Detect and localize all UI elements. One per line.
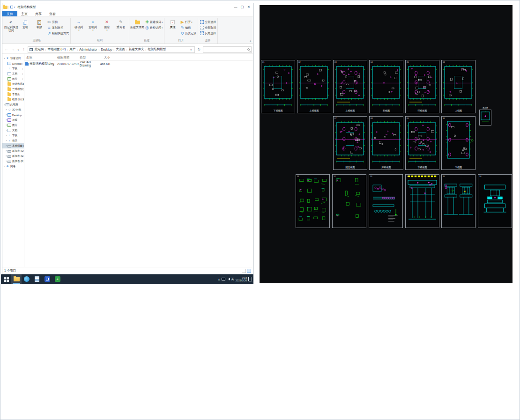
paste-button[interactable]: 粘贴 (32, 18, 46, 30)
table-row[interactable]: 框架结构模型.dwg2010/1/17 22:07ZWCAD Drawing46… (24, 61, 253, 66)
tab-file[interactable]: 文件 (2, 11, 17, 16)
sidebar-section-2[interactable]: >⊕网络 (2, 164, 24, 169)
breadcrumb-segment[interactable]: 新建文件夹 (128, 47, 145, 52)
sidebar-item[interactable]: 模具设计实例图 (2, 97, 24, 102)
rename-button[interactable]: ✎重命名 (114, 18, 128, 30)
taskbar-browser[interactable] (22, 274, 32, 284)
minimize-button[interactable]: — (232, 3, 239, 11)
select-none-button[interactable]: 全部取消 (200, 25, 216, 30)
sidebar-item[interactable]: ↓下载/ (2, 66, 24, 71)
move-to-button[interactable]: →移动到▾ (72, 18, 86, 33)
sidebar-item[interactable]: >新加卷 (D:) (2, 148, 24, 154)
easy-access-button[interactable]: ◎轻松访问▾ (145, 25, 163, 30)
sidebar-item[interactable]: >Desktop (2, 112, 24, 118)
sidebar-item[interactable]: >本地磁盘 (C:) (2, 143, 24, 148)
sidebar-item[interactable]: 设计数据3d户型图 (2, 81, 24, 87)
taskbar-explorer[interactable] (11, 274, 22, 284)
notification-center-icon[interactable] (248, 277, 252, 281)
taskbar-docs[interactable] (32, 274, 42, 284)
explorer-main: ∨★快速访问Desktop/↓下载/文档/图片/设计数据3d户型图三维模型(企业… (2, 53, 253, 267)
sidebar-item[interactable]: >图片 (2, 123, 24, 128)
sidebar-item[interactable]: 文档/ (2, 71, 24, 76)
breadcrumb[interactable]: 此电脑›本地磁盘 (C:)›用户›Administrator›Desktop›大… (28, 46, 195, 53)
qat-view-icon[interactable] (10, 6, 13, 8)
new-folder-button[interactable]: 新建文件夹 (130, 18, 144, 30)
sidebar-item[interactable]: Desktop/ (2, 61, 24, 66)
copy-button[interactable]: 复制 (18, 18, 32, 30)
properties-button[interactable]: ✓属性 (165, 18, 179, 30)
qat-customize-icon[interactable]: ▾ (14, 6, 15, 8)
taskbar-app-blue[interactable] (42, 274, 52, 284)
new-folder-button-label: 新建文件夹 (130, 26, 144, 29)
open-button[interactable]: ▶打开▾ (180, 19, 196, 25)
address-dropdown-icon[interactable]: ∨ (189, 48, 193, 51)
refresh-icon[interactable]: ↻ (196, 47, 201, 52)
column-header[interactable]: 名称 (24, 56, 57, 60)
history-button-label: 历史记录 (185, 31, 196, 36)
taskbar-app-green[interactable]: Z (52, 274, 63, 284)
sidebar-item[interactable]: >新加卷 (E:) (2, 154, 24, 159)
maximize-button[interactable]: ▢ (239, 3, 245, 11)
breadcrumb-segment[interactable]: 框架结构模型 (147, 47, 167, 52)
select-all-button[interactable]: 全部选择 (200, 19, 216, 25)
search-input[interactable] (203, 46, 252, 53)
copy-path-button[interactable]: ≡复制路径 (47, 25, 69, 30)
sidebar-section-0[interactable]: ∨★快速访问 (2, 56, 24, 61)
cad-drawing (296, 175, 329, 228)
sidebar-item[interactable]: >新加卷 (F:) (2, 159, 24, 164)
invert-selection-button[interactable]: 反向选择 (200, 30, 216, 36)
cut-button[interactable]: ✂剪切 (47, 19, 69, 25)
sidebar-item[interactable]: >♪音乐 (2, 138, 24, 143)
new-item-button[interactable]: ✚新建项目▾ (145, 19, 163, 25)
tab-share[interactable]: 共享 (31, 11, 45, 16)
view-details-button[interactable] (242, 269, 246, 273)
column-header[interactable]: 大小 (99, 56, 111, 60)
ribbon-group: 新建文件夹✚新建项目▾◎轻松访问▾新建 (129, 18, 164, 44)
pin-to-quick-access-button[interactable]: ✒固定到快速访问 (4, 18, 18, 33)
sidebar-item-label: Desktop (12, 114, 22, 117)
sidebar-item[interactable]: >↓下载 (2, 133, 24, 138)
breadcrumb-segment[interactable]: Administrator (78, 48, 98, 51)
tray-ime-indicator[interactable]: 英 (231, 277, 234, 281)
history-button[interactable]: ↺历史记录 (180, 30, 196, 36)
sidebar-item[interactable]: >文档 (2, 128, 24, 133)
ribbon-collapse-icon[interactable]: ∧ (250, 39, 252, 43)
tray-clock[interactable]: 9:032021/3/26 (236, 276, 247, 282)
sidebar-item[interactable]: 李先生 (2, 92, 24, 97)
tab-view[interactable]: 查看 (45, 11, 59, 16)
quick-access-toolbar[interactable]: | ▾ (8, 6, 15, 9)
up-icon[interactable]: ↑ (21, 47, 26, 52)
cad-drawing-caption: 固定板图 (334, 166, 367, 169)
back-icon[interactable]: ← (4, 47, 9, 52)
sidebar-item[interactable]: >视频 (2, 118, 24, 123)
breadcrumb-segment[interactable]: 此电脑 (34, 47, 45, 52)
view-large-icons-button[interactable] (247, 269, 251, 273)
tray-volume-icon[interactable] (227, 278, 230, 280)
breadcrumb-segment[interactable]: 大漠图 (115, 47, 126, 52)
select-all-icon (200, 20, 204, 24)
tray-monitor-icon[interactable] (222, 278, 225, 280)
column-header[interactable]: 类型 (80, 56, 99, 60)
taskbar-start-button[interactable] (1, 274, 11, 284)
edit-button[interactable]: ✎编辑 (180, 25, 196, 30)
breadcrumb-segment[interactable]: Desktop (100, 48, 113, 51)
address-bar: ← → ∨ ↑ 此电脑›本地磁盘 (C:)›用户›Administrator›D… (2, 45, 253, 53)
sidebar-item[interactable]: 图片/ (2, 76, 24, 81)
sidebar-item[interactable]: 三维模型(企业图库) (2, 87, 24, 92)
sidebar-section-1[interactable]: ∨此电脑 (2, 102, 24, 107)
sidebar-item[interactable]: >◇3D 对象 (2, 107, 24, 112)
chevron-down-icon: ▾ (191, 21, 192, 23)
breadcrumb-segment[interactable]: 本地磁盘 (C:) (47, 47, 67, 52)
paste-shortcut-button[interactable]: ↗粘贴快捷方式 (47, 30, 69, 36)
copy-to-button[interactable]: »复制到▾ (86, 18, 100, 33)
tab-home[interactable]: 主页 (17, 11, 31, 16)
recent-locations-icon[interactable]: ∨ (17, 48, 20, 51)
drive-icon (7, 145, 11, 147)
breadcrumb-segment[interactable]: 用户 (68, 47, 76, 52)
forward-icon[interactable]: → (10, 47, 15, 52)
close-button[interactable]: ✕ (245, 3, 252, 11)
tray-chevron-icon[interactable]: ∧ (218, 278, 220, 281)
cad-drawing-caption: 下模图 (442, 166, 475, 169)
column-header[interactable]: 修改日期 (57, 56, 80, 60)
delete-button[interactable]: ✕删除▾ (100, 18, 114, 33)
